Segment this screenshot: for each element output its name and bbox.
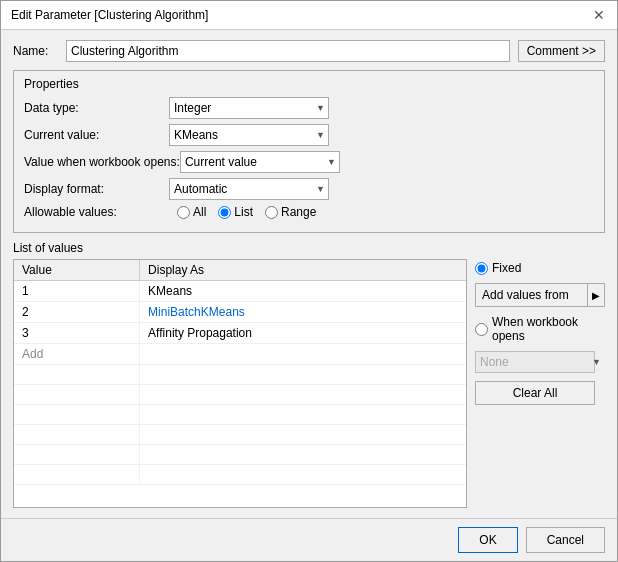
radio-range[interactable]: Range <box>265 205 316 219</box>
value-when-label: Value when workbook opens: <box>24 155 180 169</box>
add-values-arrow: ▶ <box>587 284 604 306</box>
row3-display: Affinity Propagation <box>140 323 466 344</box>
empty-row <box>14 445 466 465</box>
none-select-wrapper: None <box>475 351 605 373</box>
list-group-label: List of values <box>13 241 467 255</box>
ok-button[interactable]: OK <box>458 527 517 553</box>
radio-when-workbook[interactable]: When workbook opens <box>475 315 605 343</box>
properties-group: Properties Data type: Integer Float Stri… <box>13 70 605 233</box>
cancel-button[interactable]: Cancel <box>526 527 605 553</box>
radio-all-input[interactable] <box>177 206 190 219</box>
data-type-row: Data type: Integer Float String Boolean <box>24 97 594 119</box>
add-label: Add <box>14 344 140 365</box>
allowable-values-row: Allowable values: All List Range <box>24 205 594 219</box>
row3-value: 3 <box>14 323 140 344</box>
value-when-row: Value when workbook opens: Current value… <box>24 151 594 173</box>
add-values-button[interactable]: Add values from ▶ <box>475 283 605 307</box>
display-format-label: Display format: <box>24 182 169 196</box>
add-values-label: Add values from <box>482 288 569 302</box>
empty-row <box>14 405 466 425</box>
current-value-select-wrapper: KMeans MiniBatchKMeans Affinity Propagat… <box>169 124 329 146</box>
data-type-select-wrapper: Integer Float String Boolean <box>169 97 329 119</box>
table-row[interactable]: 3 Affinity Propagation <box>14 323 466 344</box>
display-format-select-wrapper: Automatic Number Currency Scientific <box>169 178 329 200</box>
add-row[interactable]: Add <box>14 344 466 365</box>
radio-list-label: List <box>234 205 253 219</box>
display-format-select[interactable]: Automatic Number Currency Scientific <box>169 178 329 200</box>
list-of-values-panel: List of values Value Display As 1 <box>13 241 467 508</box>
row2-display-link[interactable]: MiniBatchKMeans <box>148 305 245 319</box>
empty-row <box>14 465 466 485</box>
list-section: List of values Value Display As 1 <box>13 241 605 508</box>
name-input[interactable] <box>66 40 510 62</box>
radio-range-label: Range <box>281 205 316 219</box>
data-type-select[interactable]: Integer Float String Boolean <box>169 97 329 119</box>
add-empty <box>140 344 466 365</box>
edit-parameter-dialog: Edit Parameter [Clustering Algorithm] ✕ … <box>0 0 618 562</box>
table-row[interactable]: 2 MiniBatchKMeans <box>14 302 466 323</box>
current-value-row: Current value: KMeans MiniBatchKMeans Af… <box>24 124 594 146</box>
current-value-select[interactable]: KMeans MiniBatchKMeans Affinity Propagat… <box>169 124 329 146</box>
radio-fixed[interactable]: Fixed <box>475 261 605 275</box>
none-select[interactable]: None <box>475 351 595 373</box>
row2-display: MiniBatchKMeans <box>140 302 466 323</box>
radio-list-input[interactable] <box>218 206 231 219</box>
list-table-container: Value Display As 1 KMeans 2 MiniBa <box>13 259 467 508</box>
list-table: Value Display As 1 KMeans 2 MiniBa <box>14 260 466 485</box>
radio-all-label: All <box>193 205 206 219</box>
dialog-footer: OK Cancel <box>1 518 617 561</box>
empty-row <box>14 385 466 405</box>
clear-all-button[interactable]: Clear All <box>475 381 595 405</box>
radio-when-input[interactable] <box>475 323 488 336</box>
radio-fixed-input[interactable] <box>475 262 488 275</box>
name-label: Name: <box>13 44 58 58</box>
current-value-label: Current value: <box>24 128 169 142</box>
radio-list[interactable]: List <box>218 205 253 219</box>
row2-value: 2 <box>14 302 140 323</box>
comment-button[interactable]: Comment >> <box>518 40 605 62</box>
empty-row <box>14 365 466 385</box>
allowable-values-radio-group: All List Range <box>177 205 316 219</box>
row1-value: 1 <box>14 281 140 302</box>
value-when-select[interactable]: Current value Prompt user <box>180 151 340 173</box>
table-row[interactable]: 1 KMeans <box>14 281 466 302</box>
row1-display: KMeans <box>140 281 466 302</box>
col-value-header: Value <box>14 260 140 281</box>
allowable-values-label: Allowable values: <box>24 205 169 219</box>
display-format-row: Display format: Automatic Number Currenc… <box>24 178 594 200</box>
dialog-body: Name: Comment >> Properties Data type: I… <box>1 30 617 518</box>
name-row: Name: Comment >> <box>13 40 605 62</box>
data-type-label: Data type: <box>24 101 169 115</box>
title-bar: Edit Parameter [Clustering Algorithm] ✕ <box>1 1 617 30</box>
dialog-title: Edit Parameter [Clustering Algorithm] <box>11 8 208 22</box>
close-button[interactable]: ✕ <box>591 7 607 23</box>
radio-all[interactable]: All <box>177 205 206 219</box>
radio-when-label: When workbook opens <box>492 315 605 343</box>
radio-range-input[interactable] <box>265 206 278 219</box>
col-display-as-header: Display As <box>140 260 466 281</box>
radio-fixed-label: Fixed <box>492 261 521 275</box>
empty-row <box>14 425 466 445</box>
properties-label: Properties <box>24 77 594 91</box>
right-panel: Fixed Add values from ▶ When workbook op… <box>475 241 605 508</box>
value-when-select-wrapper: Current value Prompt user <box>180 151 340 173</box>
